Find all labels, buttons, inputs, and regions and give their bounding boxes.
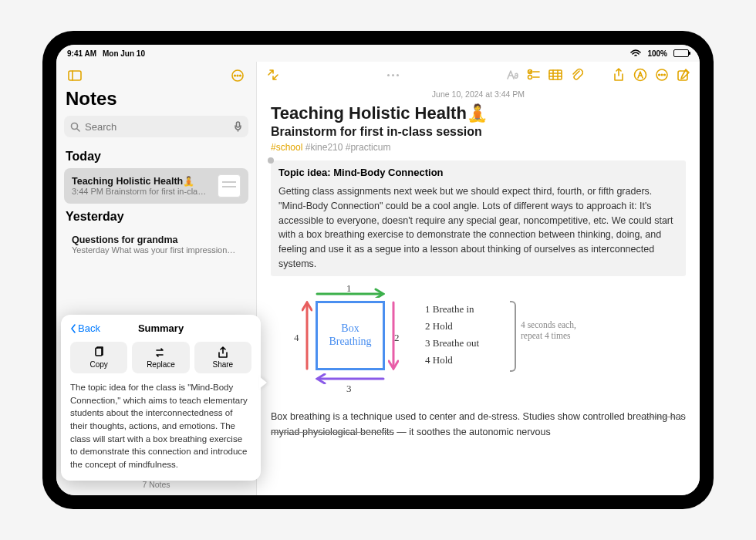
svg-line-7 xyxy=(77,129,79,131)
compose-icon[interactable] xyxy=(675,66,692,83)
copy-icon xyxy=(93,346,105,359)
replace-button[interactable]: Replace xyxy=(132,342,189,373)
note-item-subtitle: Yesterday What was your first impression… xyxy=(72,245,241,255)
screen: 9:41 AM Mon Jun 10 100% xyxy=(56,45,700,495)
sketch-num: 1 xyxy=(346,282,352,295)
sketch-diagram: Box Breathing 1 2 3 4 1 Breathe in 2 Hol… xyxy=(278,287,686,403)
attachment-icon[interactable] xyxy=(569,66,586,83)
box-label: Box Breathing xyxy=(329,322,371,349)
svg-point-6 xyxy=(72,123,78,129)
box-rect: Box Breathing xyxy=(316,301,385,370)
doc-title: Teaching Holistic Health🧘 xyxy=(271,103,686,123)
summary-title: Summary xyxy=(138,322,184,334)
selection-handle-icon[interactable] xyxy=(268,157,274,164)
sketch-steps: 1 Breathe in 2 Hold 3 Breathe out 4 Hold xyxy=(425,301,479,369)
doc-subtitle: Brainstorm for first in-class session xyxy=(271,125,686,139)
editor-toolbar xyxy=(257,62,700,88)
multitask-dots-icon[interactable] xyxy=(387,74,399,76)
copy-button[interactable]: Copy xyxy=(70,342,127,373)
note-item-title: Questions for grandma xyxy=(72,235,241,245)
search-icon xyxy=(70,122,80,132)
note-date: June 10, 2024 at 3:44 PM xyxy=(271,89,686,99)
note-thumbnail-icon xyxy=(218,174,241,197)
note-item-active[interactable]: Teaching Holistic Health🧘 3:44 PM Brains… xyxy=(64,168,248,204)
svg-rect-8 xyxy=(237,122,240,127)
highlighted-selection[interactable]: Topic idea: Mind-Body Connection Getting… xyxy=(271,160,686,276)
svg-point-5 xyxy=(240,75,241,76)
svg-point-4 xyxy=(237,75,238,76)
svg-rect-9 xyxy=(96,348,102,356)
search-input[interactable] xyxy=(85,121,229,133)
topic-heading: Topic idea: Mind-Body Connection xyxy=(278,167,678,178)
table-icon[interactable] xyxy=(547,66,564,83)
sidebar-toggle-icon[interactable] xyxy=(66,66,84,85)
sketch-num: 4 xyxy=(294,332,299,344)
share-icon xyxy=(217,346,229,359)
back-button[interactable]: Back xyxy=(70,322,100,334)
svg-point-23 xyxy=(664,74,666,76)
battery-percent: 100% xyxy=(647,49,667,58)
more-icon[interactable] xyxy=(228,66,247,85)
chevron-left-icon xyxy=(70,324,76,333)
section-yesterday: Yesterday xyxy=(56,205,256,227)
checklist-icon[interactable] xyxy=(525,66,542,83)
section-today: Today xyxy=(56,145,256,167)
replace-icon xyxy=(154,346,167,359)
markup-icon[interactable] xyxy=(632,66,649,83)
note-item-title: Teaching Holistic Health xyxy=(72,176,183,187)
bracket-icon xyxy=(510,301,516,372)
paragraph: Getting class assignments next week but … xyxy=(278,184,678,272)
battery-icon xyxy=(673,49,689,57)
svg-point-3 xyxy=(235,75,236,76)
svg-point-19 xyxy=(635,69,646,81)
summary-popover: Back Summary Copy Replace xyxy=(61,315,261,481)
ipad-frame: 9:41 AM Mon Jun 10 100% xyxy=(42,31,714,509)
sketch-num: 3 xyxy=(346,383,352,395)
note-body[interactable]: June 10, 2024 at 3:44 PM Teaching Holist… xyxy=(257,88,700,495)
svg-point-12 xyxy=(528,76,532,79)
search-field[interactable] xyxy=(64,116,248,137)
wifi-icon xyxy=(630,49,641,57)
share-button[interactable]: Share xyxy=(194,342,251,373)
sidebar: Notes Today Teaching Holistic Health🧘 3:… xyxy=(56,62,257,495)
paragraph: Box breathing is a technique used to cen… xyxy=(271,409,686,440)
note-item[interactable]: Questions for grandma Yesterday What was… xyxy=(64,228,248,261)
bracket-text: 4 seconds each, repeat 4 times xyxy=(521,319,576,343)
summary-text: The topic idea for the class is "Mind-Bo… xyxy=(70,381,251,471)
arrow-left xyxy=(302,301,312,370)
status-date: Mon Jun 10 xyxy=(103,49,145,58)
more-editor-icon[interactable] xyxy=(653,66,670,83)
text-format-icon[interactable] xyxy=(504,66,521,83)
doc-tags[interactable]: #school #kine210 #practicum xyxy=(271,142,686,153)
svg-point-22 xyxy=(661,74,663,76)
share-note-icon[interactable] xyxy=(610,66,627,83)
sidebar-title: Notes xyxy=(56,86,256,116)
svg-point-21 xyxy=(659,74,660,76)
status-time: 9:41 AM xyxy=(67,49,96,58)
fullscreen-icon[interactable] xyxy=(265,66,282,83)
dictate-icon[interactable] xyxy=(234,121,242,132)
note-item-subtitle: 3:44 PM Brainstorm for first in-cla… xyxy=(72,187,211,196)
svg-rect-14 xyxy=(549,70,562,79)
sketch-num: 2 xyxy=(394,332,400,344)
svg-rect-0 xyxy=(69,71,81,80)
note-editor: June 10, 2024 at 3:44 PM Teaching Holist… xyxy=(257,62,700,495)
status-bar: 9:41 AM Mon Jun 10 100% xyxy=(56,45,700,62)
